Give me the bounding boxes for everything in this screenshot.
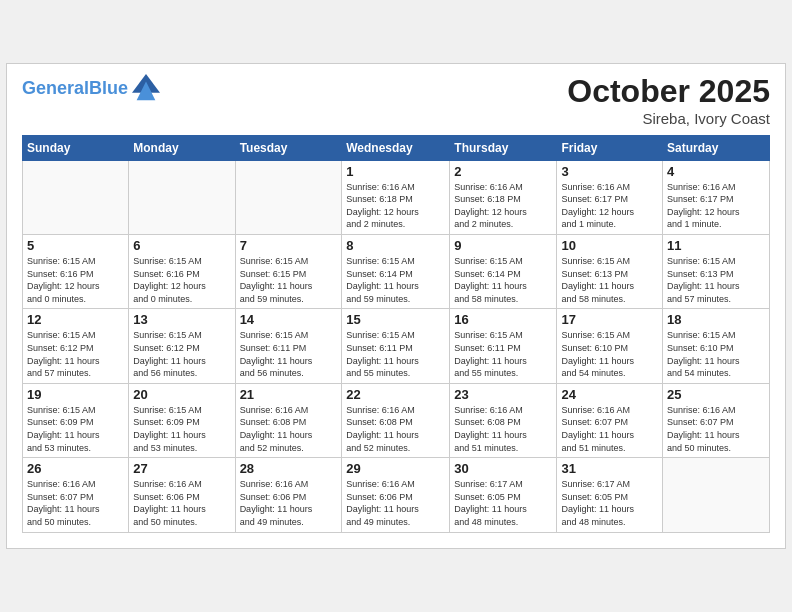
day-info: Sunrise: 6:15 AM Sunset: 6:16 PM Dayligh… bbox=[133, 255, 230, 305]
day-info: Sunrise: 6:15 AM Sunset: 6:14 PM Dayligh… bbox=[346, 255, 445, 305]
day-info: Sunrise: 6:15 AM Sunset: 6:12 PM Dayligh… bbox=[133, 329, 230, 379]
location: Sireba, Ivory Coast bbox=[567, 110, 770, 127]
calendar-cell: 22Sunrise: 6:16 AM Sunset: 6:08 PM Dayli… bbox=[342, 383, 450, 457]
day-number: 9 bbox=[454, 238, 552, 253]
day-info: Sunrise: 6:15 AM Sunset: 6:12 PM Dayligh… bbox=[27, 329, 124, 379]
day-info: Sunrise: 6:16 AM Sunset: 6:08 PM Dayligh… bbox=[240, 404, 338, 454]
day-number: 27 bbox=[133, 461, 230, 476]
day-info: Sunrise: 6:15 AM Sunset: 6:13 PM Dayligh… bbox=[667, 255, 765, 305]
day-number: 16 bbox=[454, 312, 552, 327]
weekday-header: Sunday bbox=[23, 135, 129, 160]
logo: GeneralBlue bbox=[22, 74, 160, 102]
day-number: 11 bbox=[667, 238, 765, 253]
header: GeneralBlue October 2025 Sireba, Ivory C… bbox=[22, 74, 770, 126]
day-number: 24 bbox=[561, 387, 658, 402]
day-info: Sunrise: 6:16 AM Sunset: 6:06 PM Dayligh… bbox=[133, 478, 230, 528]
day-number: 30 bbox=[454, 461, 552, 476]
calendar-week-row: 1Sunrise: 6:16 AM Sunset: 6:18 PM Daylig… bbox=[23, 160, 770, 234]
calendar-cell: 2Sunrise: 6:16 AM Sunset: 6:18 PM Daylig… bbox=[450, 160, 557, 234]
logo-icon bbox=[132, 74, 160, 102]
day-number: 14 bbox=[240, 312, 338, 327]
weekday-header: Thursday bbox=[450, 135, 557, 160]
calendar-cell: 13Sunrise: 6:15 AM Sunset: 6:12 PM Dayli… bbox=[129, 309, 235, 383]
calendar-week-row: 5Sunrise: 6:15 AM Sunset: 6:16 PM Daylig… bbox=[23, 235, 770, 309]
logo-line2: Blue bbox=[89, 78, 128, 98]
day-info: Sunrise: 6:15 AM Sunset: 6:10 PM Dayligh… bbox=[561, 329, 658, 379]
day-number: 21 bbox=[240, 387, 338, 402]
calendar-cell: 25Sunrise: 6:16 AM Sunset: 6:07 PM Dayli… bbox=[663, 383, 770, 457]
day-info: Sunrise: 6:15 AM Sunset: 6:11 PM Dayligh… bbox=[346, 329, 445, 379]
day-info: Sunrise: 6:16 AM Sunset: 6:07 PM Dayligh… bbox=[27, 478, 124, 528]
calendar-cell: 6Sunrise: 6:15 AM Sunset: 6:16 PM Daylig… bbox=[129, 235, 235, 309]
day-number: 25 bbox=[667, 387, 765, 402]
day-number: 28 bbox=[240, 461, 338, 476]
calendar-wrapper: GeneralBlue October 2025 Sireba, Ivory C… bbox=[6, 63, 786, 548]
calendar-cell: 1Sunrise: 6:16 AM Sunset: 6:18 PM Daylig… bbox=[342, 160, 450, 234]
day-info: Sunrise: 6:15 AM Sunset: 6:11 PM Dayligh… bbox=[454, 329, 552, 379]
day-number: 13 bbox=[133, 312, 230, 327]
day-info: Sunrise: 6:15 AM Sunset: 6:16 PM Dayligh… bbox=[27, 255, 124, 305]
day-number: 23 bbox=[454, 387, 552, 402]
day-number: 22 bbox=[346, 387, 445, 402]
calendar-cell: 14Sunrise: 6:15 AM Sunset: 6:11 PM Dayli… bbox=[235, 309, 342, 383]
day-number: 3 bbox=[561, 164, 658, 179]
day-info: Sunrise: 6:16 AM Sunset: 6:18 PM Dayligh… bbox=[346, 181, 445, 231]
calendar-cell bbox=[129, 160, 235, 234]
calendar-cell: 15Sunrise: 6:15 AM Sunset: 6:11 PM Dayli… bbox=[342, 309, 450, 383]
calendar-cell: 18Sunrise: 6:15 AM Sunset: 6:10 PM Dayli… bbox=[663, 309, 770, 383]
day-info: Sunrise: 6:15 AM Sunset: 6:13 PM Dayligh… bbox=[561, 255, 658, 305]
calendar-cell: 12Sunrise: 6:15 AM Sunset: 6:12 PM Dayli… bbox=[23, 309, 129, 383]
weekday-header: Friday bbox=[557, 135, 663, 160]
calendar-cell: 28Sunrise: 6:16 AM Sunset: 6:06 PM Dayli… bbox=[235, 458, 342, 532]
title-block: October 2025 Sireba, Ivory Coast bbox=[567, 74, 770, 126]
day-info: Sunrise: 6:15 AM Sunset: 6:15 PM Dayligh… bbox=[240, 255, 338, 305]
day-info: Sunrise: 6:16 AM Sunset: 6:07 PM Dayligh… bbox=[561, 404, 658, 454]
calendar-cell: 26Sunrise: 6:16 AM Sunset: 6:07 PM Dayli… bbox=[23, 458, 129, 532]
day-number: 31 bbox=[561, 461, 658, 476]
weekday-header: Tuesday bbox=[235, 135, 342, 160]
calendar-week-row: 19Sunrise: 6:15 AM Sunset: 6:09 PM Dayli… bbox=[23, 383, 770, 457]
calendar-cell: 7Sunrise: 6:15 AM Sunset: 6:15 PM Daylig… bbox=[235, 235, 342, 309]
weekday-header: Saturday bbox=[663, 135, 770, 160]
day-number: 5 bbox=[27, 238, 124, 253]
day-number: 26 bbox=[27, 461, 124, 476]
calendar-cell: 11Sunrise: 6:15 AM Sunset: 6:13 PM Dayli… bbox=[663, 235, 770, 309]
calendar-cell: 8Sunrise: 6:15 AM Sunset: 6:14 PM Daylig… bbox=[342, 235, 450, 309]
calendar-cell bbox=[663, 458, 770, 532]
day-number: 10 bbox=[561, 238, 658, 253]
calendar-grid: SundayMondayTuesdayWednesdayThursdayFrid… bbox=[22, 135, 770, 533]
calendar-cell: 29Sunrise: 6:16 AM Sunset: 6:06 PM Dayli… bbox=[342, 458, 450, 532]
day-info: Sunrise: 6:16 AM Sunset: 6:17 PM Dayligh… bbox=[561, 181, 658, 231]
day-info: Sunrise: 6:16 AM Sunset: 6:08 PM Dayligh… bbox=[454, 404, 552, 454]
calendar-cell: 4Sunrise: 6:16 AM Sunset: 6:17 PM Daylig… bbox=[663, 160, 770, 234]
calendar-cell: 16Sunrise: 6:15 AM Sunset: 6:11 PM Dayli… bbox=[450, 309, 557, 383]
day-number: 29 bbox=[346, 461, 445, 476]
weekday-header-row: SundayMondayTuesdayWednesdayThursdayFrid… bbox=[23, 135, 770, 160]
logo-line1: General bbox=[22, 78, 89, 98]
calendar-cell: 19Sunrise: 6:15 AM Sunset: 6:09 PM Dayli… bbox=[23, 383, 129, 457]
calendar-cell: 24Sunrise: 6:16 AM Sunset: 6:07 PM Dayli… bbox=[557, 383, 663, 457]
calendar-cell: 30Sunrise: 6:17 AM Sunset: 6:05 PM Dayli… bbox=[450, 458, 557, 532]
calendar-cell: 20Sunrise: 6:15 AM Sunset: 6:09 PM Dayli… bbox=[129, 383, 235, 457]
day-number: 19 bbox=[27, 387, 124, 402]
day-info: Sunrise: 6:16 AM Sunset: 6:17 PM Dayligh… bbox=[667, 181, 765, 231]
day-number: 15 bbox=[346, 312, 445, 327]
day-info: Sunrise: 6:16 AM Sunset: 6:18 PM Dayligh… bbox=[454, 181, 552, 231]
day-info: Sunrise: 6:16 AM Sunset: 6:06 PM Dayligh… bbox=[346, 478, 445, 528]
day-number: 17 bbox=[561, 312, 658, 327]
day-number: 7 bbox=[240, 238, 338, 253]
day-number: 20 bbox=[133, 387, 230, 402]
logo-text: GeneralBlue bbox=[22, 79, 128, 99]
calendar-cell: 27Sunrise: 6:16 AM Sunset: 6:06 PM Dayli… bbox=[129, 458, 235, 532]
calendar-cell: 3Sunrise: 6:16 AM Sunset: 6:17 PM Daylig… bbox=[557, 160, 663, 234]
calendar-cell: 9Sunrise: 6:15 AM Sunset: 6:14 PM Daylig… bbox=[450, 235, 557, 309]
calendar-cell: 23Sunrise: 6:16 AM Sunset: 6:08 PM Dayli… bbox=[450, 383, 557, 457]
calendar-cell: 17Sunrise: 6:15 AM Sunset: 6:10 PM Dayli… bbox=[557, 309, 663, 383]
month-title: October 2025 bbox=[567, 74, 770, 109]
day-info: Sunrise: 6:15 AM Sunset: 6:14 PM Dayligh… bbox=[454, 255, 552, 305]
day-info: Sunrise: 6:15 AM Sunset: 6:11 PM Dayligh… bbox=[240, 329, 338, 379]
day-info: Sunrise: 6:16 AM Sunset: 6:08 PM Dayligh… bbox=[346, 404, 445, 454]
day-number: 18 bbox=[667, 312, 765, 327]
weekday-header: Wednesday bbox=[342, 135, 450, 160]
day-number: 1 bbox=[346, 164, 445, 179]
